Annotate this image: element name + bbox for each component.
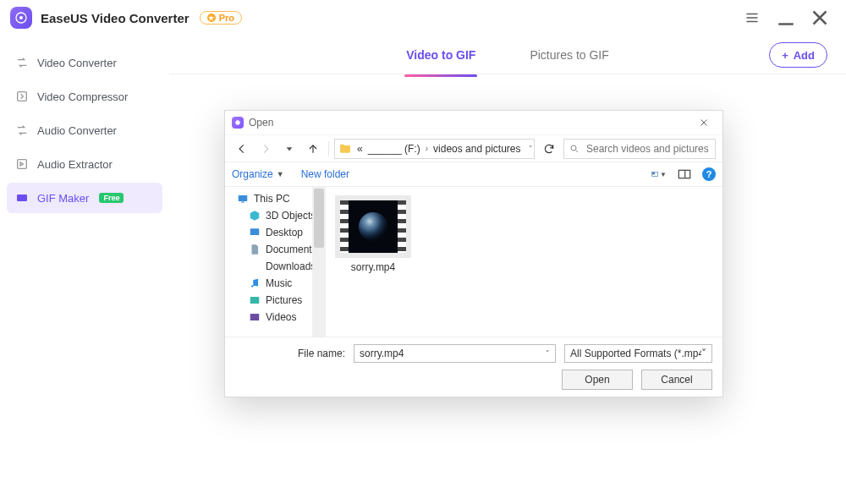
svg-rect-24	[250, 228, 260, 235]
svg-rect-27	[250, 297, 260, 304]
audio-converter-icon	[15, 123, 29, 137]
tab-video-to-gif[interactable]: Video to GIF	[404, 43, 477, 67]
app-logo-icon	[10, 7, 32, 29]
dialog-titlebar: Open	[225, 111, 722, 134]
compressor-icon	[15, 90, 29, 103]
search-icon	[569, 144, 580, 154]
download-icon	[249, 260, 261, 272]
svg-rect-10	[17, 194, 27, 201]
star-icon: ★	[207, 14, 216, 22]
breadcrumb[interactable]: « ______ (F:) › videos and pictures ˅	[334, 139, 535, 159]
up-button[interactable]	[303, 139, 323, 159]
video-icon	[249, 311, 261, 323]
app-title: EaseUS Video Converter	[41, 11, 190, 25]
tab-pictures-to-gif[interactable]: Pictures to GIF	[528, 43, 610, 67]
minimize-button[interactable]	[773, 5, 799, 30]
back-button[interactable]	[232, 139, 252, 159]
file-thumbnail	[335, 195, 411, 258]
tree-scrollbar[interactable]	[312, 187, 326, 337]
converter-icon	[15, 56, 29, 69]
sidebar-item-audio-converter[interactable]: Audio Converter	[7, 115, 162, 145]
new-folder-button[interactable]: New folder	[301, 168, 349, 180]
document-icon	[249, 244, 261, 255]
file-name: sorry.mp4	[351, 261, 395, 273]
dialog-body: This PC 3D Objects Desktop Documents Dow…	[225, 187, 722, 337]
chevron-down-icon: ▼	[277, 170, 284, 178]
svg-rect-22	[239, 195, 248, 201]
file-grid: sorry.mp4	[327, 187, 722, 337]
svg-point-16	[571, 145, 576, 151]
picture-icon	[249, 294, 261, 306]
sidebar: Video Converter Video Compressor Audio C…	[0, 36, 169, 504]
cancel-button[interactable]: Cancel	[641, 370, 712, 390]
add-button[interactable]: + Add	[769, 42, 827, 68]
open-file-dialog: Open « ______ (F:) › videos and pictures…	[224, 110, 723, 397]
pc-icon	[237, 193, 249, 205]
view-thumbnails-button[interactable]: ▼	[651, 167, 667, 181]
file-item[interactable]: sorry.mp4	[335, 195, 411, 273]
chevron-down-icon: ˅	[546, 349, 550, 358]
refresh-button[interactable]	[538, 139, 560, 159]
pro-badge: ★ Pro	[200, 11, 242, 25]
open-button[interactable]: Open	[562, 370, 633, 390]
svg-point-11	[235, 120, 239, 124]
file-name-value: sorry.mp4	[360, 348, 404, 359]
folder-tree: This PC 3D Objects Desktop Documents Dow…	[225, 187, 327, 337]
title-bar: EaseUS Video Converter ★ Pro	[0, 0, 846, 36]
free-badge: Free	[99, 193, 124, 203]
dialog-footer: File name: sorry.mp4 ˅ All Supported For…	[225, 337, 722, 397]
sidebar-item-gif-maker[interactable]: GIF Maker Free	[7, 183, 162, 213]
organize-button[interactable]: Organize ▼	[232, 168, 284, 180]
dialog-close-button[interactable]	[692, 114, 716, 131]
chevron-right-icon: ›	[426, 144, 428, 153]
svg-line-17	[576, 150, 579, 152]
breadcrumb-dropdown[interactable]: ˅	[525, 145, 535, 153]
chevron-down-icon: ˅	[701, 348, 706, 359]
audio-extractor-icon	[15, 157, 29, 171]
preview-pane-button[interactable]	[677, 167, 692, 181]
file-type-select[interactable]: All Supported Formats (*.mp4 * ˅	[564, 344, 712, 363]
svg-point-25	[251, 285, 253, 287]
menu-button[interactable]	[739, 5, 765, 30]
svg-point-26	[256, 284, 258, 286]
help-button[interactable]: ?	[702, 167, 716, 181]
file-name-combobox[interactable]: sorry.mp4 ˅	[354, 344, 556, 363]
close-button[interactable]	[807, 5, 832, 30]
sidebar-item-video-compressor[interactable]: Video Compressor	[7, 81, 162, 112]
search-input[interactable]	[585, 142, 715, 156]
svg-rect-28	[250, 314, 260, 320]
svg-rect-8	[18, 92, 27, 101]
dialog-logo-icon	[232, 117, 244, 129]
sidebar-item-video-converter[interactable]: Video Converter	[7, 47, 162, 78]
forward-button[interactable]	[255, 139, 276, 159]
svg-rect-19	[652, 173, 654, 174]
desktop-icon	[249, 227, 261, 238]
svg-rect-23	[241, 202, 244, 203]
plus-icon: +	[782, 49, 788, 62]
folder-icon	[338, 142, 352, 156]
sidebar-item-audio-extractor[interactable]: Audio Extractor	[7, 149, 162, 179]
gif-icon	[15, 191, 29, 205]
music-icon	[249, 277, 261, 289]
cube-icon	[249, 210, 261, 222]
recent-dropdown[interactable]	[279, 139, 299, 159]
dialog-nav-row: « ______ (F:) › videos and pictures ˅	[225, 134, 722, 162]
svg-marker-14	[287, 147, 293, 151]
dialog-toolbar: Organize ▼ New folder ▼ ?	[225, 162, 722, 187]
file-name-label: File name:	[235, 348, 345, 359]
search-box[interactable]	[563, 139, 716, 159]
svg-point-1	[19, 16, 23, 19]
svg-rect-9	[18, 160, 27, 169]
dialog-title: Open	[249, 117, 687, 129]
tabs-row: Video to GIF Pictures to GIF + Add	[169, 36, 846, 74]
